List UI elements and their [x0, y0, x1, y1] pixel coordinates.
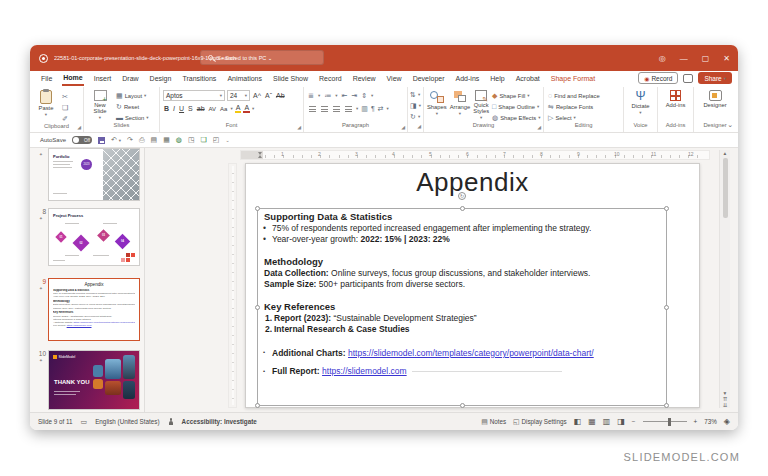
font-dialog-launcher[interactable]: ◢: [297, 124, 301, 130]
autofit-button[interactable]: ◨▾: [410, 101, 421, 110]
vertical-scrollbar[interactable]: ▴ ▾ ⇈ ⇊: [719, 150, 730, 408]
line-spacing-icon[interactable]: ⇕: [361, 92, 367, 99]
accessibility-status[interactable]: Accessibility: Investigate: [182, 418, 257, 425]
rotate-handle[interactable]: ↻: [458, 192, 466, 200]
tab-add-ins[interactable]: Add-ins: [455, 73, 481, 85]
underline-button[interactable]: U: [178, 105, 185, 112]
search-input[interactable]: Search: [200, 50, 324, 65]
quick-styles-button[interactable]: Quick Styles▾: [473, 90, 489, 121]
picture-icon[interactable]: ▦: [163, 136, 170, 144]
tab-draw[interactable]: Draw: [121, 73, 139, 85]
dictate-button[interactable]: Ψ Dictate▾: [628, 90, 654, 116]
decrease-indent-icon[interactable]: ⇤: [341, 92, 347, 99]
thumbnail-slide-9-selected[interactable]: Appendix Supporting Data & Statistics 75…: [48, 278, 140, 341]
paragraph-dialog-launcher[interactable]: ◢: [401, 124, 405, 130]
tab-view[interactable]: View: [386, 73, 403, 85]
record-button[interactable]: ◉Record: [638, 72, 678, 84]
content-text-box[interactable]: ↻ Supporting Data & Statistics •75% of r…: [257, 208, 667, 406]
minimize-button[interactable]: —: [680, 54, 688, 63]
reset-button[interactable]: ↻Reset: [116, 102, 149, 111]
comments-icon[interactable]: [683, 74, 693, 83]
language-indicator[interactable]: English (United States): [95, 418, 159, 425]
close-button[interactable]: ✕: [723, 54, 730, 63]
window-icon[interactable]: ◰: [213, 136, 220, 144]
bullets-icon[interactable]: ≣: [308, 92, 314, 99]
resize-handle[interactable]: [460, 206, 465, 211]
undo-icon[interactable]: ↶ ▾: [111, 136, 121, 144]
copy-button[interactable]: ❏: [62, 103, 68, 112]
indent-marker[interactable]: [258, 155, 262, 158]
shrink-font-button[interactable]: Aˇ: [264, 92, 273, 99]
display-settings-button[interactable]: ◱ Display Settings: [513, 418, 567, 426]
cut-button[interactable]: ✂: [62, 92, 68, 101]
customize-qat-icon[interactable]: ⌄: [225, 137, 229, 143]
text-dialog-launcher[interactable]: ◢: [417, 123, 421, 129]
tab-insert[interactable]: Insert: [93, 73, 113, 85]
normal-view-icon[interactable]: ◧: [574, 417, 582, 426]
smartart-icon[interactable]: ⇄: [378, 105, 384, 112]
resize-handle[interactable]: [664, 305, 669, 310]
select-button[interactable]: ▷Select▾: [548, 113, 619, 122]
save-icon[interactable]: [98, 137, 105, 144]
scrollbar-thumb[interactable]: [723, 158, 728, 218]
horizontal-ruler[interactable]: 12 34 56 78 910 1112: [240, 150, 710, 160]
paste-button[interactable]: Paste▾: [33, 90, 59, 118]
tab-transitions[interactable]: Transitions: [181, 73, 217, 85]
thumbnail-slide-7[interactable]: Portfolio 2023: [48, 148, 140, 201]
copy-slide-icon[interactable]: ❏: [201, 136, 207, 144]
strikethrough-button[interactable]: ab: [196, 105, 206, 112]
slide-sorter-icon[interactable]: ▦: [588, 417, 596, 426]
redo-icon[interactable]: ↷: [127, 136, 133, 144]
zoom-out-icon[interactable]: −: [632, 418, 636, 425]
italic-button[interactable]: I: [172, 105, 176, 112]
slide-title[interactable]: Appendix: [246, 167, 699, 198]
resize-handle[interactable]: [460, 403, 465, 408]
grow-font-button[interactable]: A^: [252, 92, 262, 99]
clipboard-dialog-launcher[interactable]: ◢: [77, 124, 81, 130]
font-color-button[interactable]: A: [243, 104, 250, 113]
zoom-level[interactable]: 73%: [704, 418, 717, 425]
share-button[interactable]: Share ▾: [698, 72, 732, 84]
section-button[interactable]: ▬Section▾: [116, 113, 149, 122]
shape-fill-button[interactable]: ◆Shape Fill▾: [492, 91, 540, 100]
autosave-toggle[interactable]: Off: [72, 136, 92, 144]
increase-indent-icon[interactable]: ⇥: [351, 92, 357, 99]
present-icon[interactable]: ◳: [188, 136, 195, 144]
slideshow-icon[interactable]: ◨: [617, 417, 625, 426]
tab-file[interactable]: File: [40, 73, 53, 85]
vertical-ruler[interactable]: [228, 163, 237, 408]
new-document-icon[interactable]: ▤: [151, 136, 158, 144]
proofing-icon[interactable]: ▭: [81, 418, 88, 426]
character-spacing-button[interactable]: AV: [208, 106, 218, 112]
reading-view-icon[interactable]: ▥: [603, 417, 611, 426]
highlight-color-button[interactable]: A: [235, 104, 242, 113]
start-slideshow-icon[interactable]: ◍: [176, 136, 182, 144]
slide-canvas[interactable]: Appendix ↻ Supporting Data & Statistics …: [245, 163, 700, 408]
shape-outline-button[interactable]: □Shape Outline▾: [492, 102, 540, 111]
shape-effects-button[interactable]: ◍Shape Effects▾: [492, 113, 540, 122]
tab-animations[interactable]: Animations: [226, 73, 263, 85]
account-icon[interactable]: ◎: [659, 54, 666, 63]
tab-help[interactable]: Help: [489, 73, 505, 85]
justify-icon[interactable]: [345, 106, 352, 112]
columns-icon[interactable]: ▥: [361, 105, 368, 112]
scroll-up-icon[interactable]: ▴: [724, 150, 727, 156]
notes-button[interactable]: ▤ Notes: [481, 418, 506, 426]
resize-handle[interactable]: [255, 403, 260, 408]
text-direction-icon[interactable]: ¶: [371, 105, 375, 112]
drawing-dialog-launcher[interactable]: ◢: [537, 124, 541, 130]
resize-handle[interactable]: [255, 206, 260, 211]
tab-review[interactable]: Review: [352, 73, 377, 85]
addins-button[interactable]: Add-ins: [663, 90, 689, 108]
fit-to-window-icon[interactable]: ◈: [724, 417, 730, 426]
align-right-icon[interactable]: [333, 106, 340, 112]
resize-handle[interactable]: [664, 403, 669, 408]
resize-handle[interactable]: [255, 305, 260, 310]
shapes-button[interactable]: Shapes▾: [427, 90, 447, 117]
hyperlink[interactable]: https://slidemodel.com: [322, 366, 407, 376]
thumbnail-slide-10[interactable]: SlideModel THANK YOU: [48, 350, 140, 410]
next-slide-icon[interactable]: ⇊: [723, 402, 728, 408]
clear-formatting-button[interactable]: Ab: [275, 92, 286, 99]
font-size-select[interactable]: 24▾: [227, 90, 250, 101]
print-icon[interactable]: ⎙: [139, 136, 145, 144]
